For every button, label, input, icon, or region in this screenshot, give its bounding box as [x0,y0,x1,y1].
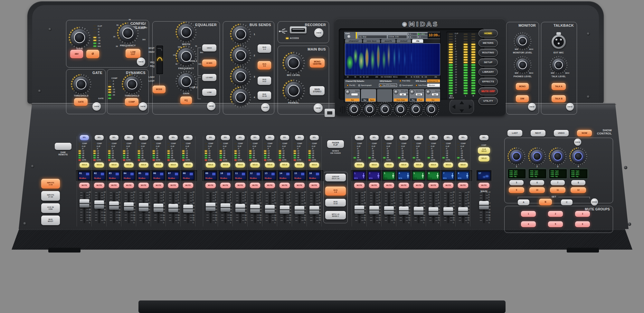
fader-cap[interactable] [94,200,104,209]
fader-cap[interactable] [479,201,489,209]
dyn-threshold-knob[interactable] [122,74,142,95]
daw-remote-button[interactable] [55,143,71,150]
solo-button[interactable]: SOLO [183,162,193,168]
solo-button[interactable]: SOLO [265,162,275,168]
mute-button[interactable]: MUTE [205,183,216,188]
mute-button[interactable]: MUTE [235,183,245,188]
mute-button[interactable]: MUTE [153,183,164,188]
sel-button[interactable]: SEL [265,135,274,140]
cell-toggle-pre[interactable]: Pre [410,98,417,101]
sel-button[interactable]: SEL [169,135,178,140]
mute-button[interactable]: MUTE [443,183,453,188]
solo-button[interactable]: SOLO [109,162,119,168]
screen-encoder-4[interactable] [393,102,408,117]
bus-send-knob-1[interactable] [230,23,251,45]
sel-button[interactable]: SEL [370,135,379,140]
talk-level-knob[interactable] [550,56,568,74]
bus-send-knob-4[interactable] [230,87,251,108]
mute-button[interactable]: MUTE [168,183,178,188]
solo-button[interactable]: SOLO [139,162,148,168]
mute-button[interactable]: MUTE [399,183,409,188]
solo-button[interactable]: SOLO [414,162,423,168]
monitor-mono-button[interactable]: MONO [516,83,529,90]
fader-cap[interactable] [295,206,304,214]
mono-centre-button[interactable]: MONO CENTRE [310,59,325,68]
solo-button[interactable]: SOLO [309,162,319,168]
mute-button[interactable]: MUTE [428,183,439,188]
assign-layer-4-button[interactable]: MTX 1-6 MAIN C [325,211,346,219]
assign-button-5[interactable]: 5 [509,180,524,185]
monitor-knob-1[interactable] [514,56,532,74]
fader-cap[interactable] [80,199,89,207]
sel-button[interactable]: SEL [429,135,438,140]
assignable-encoder-2[interactable] [528,147,546,165]
assign-button-11[interactable]: 11 [550,187,565,193]
mute-group-5-button[interactable]: 5 [548,221,563,227]
mute-group-6-button[interactable]: 6 [575,221,590,227]
screen-encoder-6[interactable] [424,102,439,117]
use-rta-source-checkbox[interactable] [380,85,382,86]
main-solo-button[interactable]: SOLO [478,156,489,161]
tab-rta[interactable]: rta [412,39,423,43]
mute-button[interactable]: MUTE [94,183,104,188]
assignable-encoder-3[interactable] [549,147,567,165]
mute-button[interactable]: MUTE [79,183,90,188]
main-mute-button[interactable]: MUTE [478,183,489,188]
fader-cap[interactable] [369,206,379,214]
talk-b-button[interactable]: TALK B [552,95,566,102]
post-geq-checkbox[interactable] [400,80,401,82]
solo-button[interactable]: SOLO [443,162,453,168]
solo-button[interactable]: SOLO [280,162,289,168]
dpad-down-arrow[interactable] [459,109,464,113]
show-last-button[interactable]: LAST [507,130,522,136]
cell-toggle-post[interactable]: Post [417,98,424,101]
menu-utility-button[interactable]: UTILITY [478,97,498,105]
mute-button[interactable]: MUTE [183,183,193,188]
sel-button[interactable]: SEL [295,135,304,140]
fader-flip-button[interactable]: FADER FLIP [327,140,344,148]
solo-button[interactable]: SOLO [384,162,394,168]
dpad-left-arrow[interactable] [452,105,455,109]
menu-setup-button[interactable]: SETUP [478,59,498,66]
solo-button[interactable]: SOLO [221,162,230,168]
assign-layer-3-button[interactable]: BUS 9-16 [325,199,346,207]
solo-button[interactable]: SOLO [355,162,364,168]
mute-button[interactable]: MUTE [124,183,134,188]
fader-cap[interactable] [429,207,438,216]
mute-button[interactable]: MUTE [458,183,468,188]
navigation-dpad[interactable] [450,99,474,114]
assignable-encoder-4[interactable] [569,147,587,165]
screen-encoder-2[interactable] [362,102,377,117]
fader-cap[interactable] [235,204,245,212]
show-now-button[interactable]: NOW [577,130,592,136]
mute-button[interactable]: MUTE [369,183,379,188]
screen-encoder-cell-2[interactable]: BarSpec [361,89,376,102]
fader-cap[interactable] [414,207,423,215]
show-control-view-button[interactable]: VIEW [574,139,581,146]
geq-spectrograph-checkbox[interactable] [400,85,401,86]
mute-group-4-button[interactable]: 4 [521,221,536,227]
sel-button[interactable]: SEL [251,135,260,140]
fader-cap[interactable] [443,207,453,216]
clear-solo-button[interactable]: CLR SOLO [478,147,490,154]
fader-cap[interactable] [384,206,394,215]
monitor-view-button[interactable]: VIEW [528,103,536,111]
assign-button-10[interactable]: 10 [529,187,545,193]
phase-invert-button[interactable]: Ø [86,50,99,58]
gate-view-button[interactable]: VIEW [92,102,101,111]
bus-sends-view-button[interactable]: VIEW [261,103,270,112]
pan-bal-knob[interactable] [282,79,305,102]
dynamics-view-button[interactable]: VIEW [139,102,147,111]
screen-encoder-cell-1[interactable]: SelectSet [345,89,360,102]
mute-button[interactable]: MUTE [220,183,231,188]
solo-button[interactable]: SOLO [429,162,438,168]
assign-layer-1-button[interactable]: GROUP DCA 1-8 [325,174,346,181]
eq-himid-button[interactable]: HI MID [202,60,216,67]
menu-mute-grp-button[interactable]: MUTE GRP [478,87,498,95]
menu-home-button[interactable]: HOME [478,30,498,37]
gate-threshold-knob[interactable] [71,74,91,95]
bus-layer-button[interactable]: BUS 5-8 [258,61,271,69]
menu-meters-button[interactable]: METERS [478,39,498,47]
fader-cap[interactable] [399,207,409,215]
sel-button[interactable]: SEL [95,135,104,140]
